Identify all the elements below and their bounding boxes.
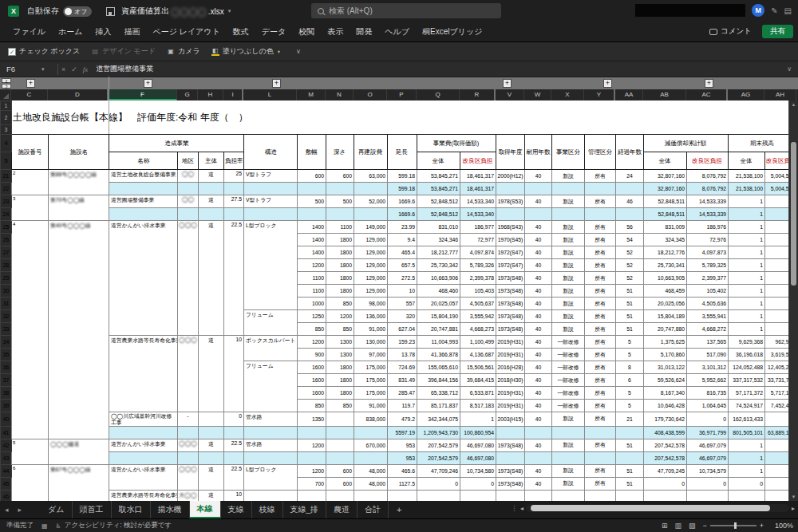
cell[interactable]: 5,789,325 (687, 259, 729, 272)
cell[interactable]: 一部改修 (552, 400, 585, 412)
cell[interactable]: 所有 (585, 336, 616, 349)
cell[interactable]: 18,461,317 (460, 183, 496, 195)
cell[interactable] (729, 490, 765, 501)
cell[interactable]: 道営農業水路等長寿命化事業 (109, 336, 178, 412)
cell[interactable]: 51 (616, 477, 644, 490)
cell[interactable]: 72,977 (460, 234, 496, 246)
cell[interactable]: 46,697,079 (687, 451, 729, 464)
cell[interactable]: 1,209,943,730 (417, 426, 460, 439)
name-box-dropdown-icon[interactable]: ▾ (41, 66, 54, 73)
scroll-down-icon[interactable]: ▼ (789, 495, 798, 499)
cell[interactable]: 100,860,954 (460, 426, 496, 439)
cell[interactable]: 1 (729, 310, 765, 323)
cell[interactable]: 1800 (326, 374, 354, 387)
cell[interactable] (224, 451, 244, 464)
cell[interactable]: 1669.6 (388, 195, 417, 208)
tab-scroll-left-icon[interactable]: ◂ (0, 501, 14, 518)
cell[interactable]: 1350 (298, 412, 326, 427)
cell[interactable]: 91,000 (354, 323, 388, 336)
menu-tab[interactable]: 描画 (117, 22, 146, 41)
cell[interactable]: 3,101,312 (687, 361, 729, 374)
cell[interactable]: 40 (525, 464, 552, 477)
cell[interactable] (616, 426, 644, 439)
scroll-right-icon[interactable]: ▸ (792, 505, 795, 512)
cell[interactable]: 186,976 (687, 221, 729, 234)
cell[interactable]: 新設 (552, 285, 585, 298)
cell[interactable]: 14,533,339 (687, 195, 729, 208)
cell[interactable]: 1 (729, 298, 765, 310)
cell[interactable]: 175,000 (354, 361, 388, 374)
cell[interactable]: 953 (388, 451, 417, 464)
cell[interactable]: 149,000 (354, 221, 388, 234)
cell[interactable] (244, 451, 298, 464)
cell[interactable]: ◯◯◯ (178, 439, 199, 451)
cell[interactable]: 3,555,941 (687, 310, 729, 323)
cell[interactable]: 1200 (298, 259, 326, 272)
cell[interactable]: 0 (687, 477, 729, 490)
cell[interactable] (298, 451, 326, 464)
cell[interactable] (552, 208, 585, 221)
cell[interactable]: 500 (298, 195, 326, 208)
cell[interactable]: 25,730,341 (644, 259, 687, 272)
cell[interactable]: 85,171,837 (417, 400, 460, 412)
cell[interactable]: 129,000 (354, 285, 388, 298)
cell[interactable]: 850 (326, 323, 354, 336)
cell[interactable] (525, 183, 552, 195)
avatar[interactable]: M (752, 4, 764, 17)
outline-expand-button[interactable]: + (705, 79, 713, 88)
cell[interactable]: 9.4 (388, 234, 417, 246)
ribbon-options-icon[interactable] (784, 6, 792, 15)
cell[interactable]: 342,344,075 (417, 412, 460, 427)
column-header[interactable]: AH (764, 89, 796, 100)
cell[interactable]: 管理区分 (585, 135, 616, 170)
cell[interactable]: 1973(S48) (496, 310, 525, 323)
cell[interactable]: 48,000 (354, 464, 388, 477)
menu-tab[interactable]: 開発 (350, 22, 378, 41)
filename-dropdown-icon[interactable]: ▾ (228, 8, 231, 14)
cell[interactable]: 再建設費 (354, 135, 388, 170)
cell[interactable]: 5597.19 (388, 426, 417, 439)
cell[interactable]: 8,517,183 (460, 400, 496, 412)
cell[interactable]: 65,338,712 (417, 387, 460, 400)
row-header[interactable]: 42 (1, 439, 12, 451)
cell[interactable]: 46,697,080 (460, 451, 496, 464)
cell[interactable]: 負担率 (224, 152, 244, 170)
cell[interactable]: 1000 (298, 298, 326, 310)
cell[interactable]: 136,000 (354, 310, 388, 323)
cell[interactable]: 主体 (199, 152, 224, 170)
cell[interactable]: 20,025,056 (644, 298, 687, 310)
cell[interactable]: 465.4 (388, 246, 417, 259)
cell[interactable]: 40 (525, 412, 552, 427)
tab-scroll-right-icon[interactable]: ▸ (14, 501, 27, 518)
cell[interactable] (326, 426, 354, 439)
cell[interactable]: 新設 (552, 412, 585, 427)
autosave-toggle[interactable]: 自動保存 オフ (27, 6, 92, 17)
cell[interactable]: 4,097,874 (460, 246, 496, 259)
cell[interactable]: 32,807,160 (644, 183, 687, 195)
cell[interactable]: 52 (616, 246, 644, 259)
cell[interactable] (244, 208, 298, 221)
cell[interactable]: 1973(S48) (496, 439, 525, 451)
column-header[interactable]: L (243, 89, 297, 100)
cell[interactable]: 119.7 (388, 400, 417, 412)
cell[interactable]: 1978(S53) (496, 195, 525, 208)
sheet-tab-取水口[interactable]: 取水口 (112, 501, 151, 518)
cell[interactable]: 1 (729, 259, 765, 272)
scroll-left-icon[interactable]: ◂ (520, 505, 523, 512)
cell[interactable]: 6 (12, 464, 49, 501)
cell[interactable]: 1,100,499 (460, 336, 496, 349)
row-header[interactable]: 25 (1, 221, 12, 234)
formula-input[interactable]: 道営圃場整備事業 (88, 64, 787, 74)
cell[interactable]: ◯◯ (178, 195, 199, 208)
sheet-tab-合計[interactable]: 合計 (358, 501, 389, 518)
cell[interactable]: 道営かんがい排水事業 (109, 221, 178, 336)
cell[interactable] (178, 183, 199, 195)
cell[interactable]: 1200 (298, 464, 326, 477)
column-header[interactable]: C (11, 89, 48, 100)
cell[interactable]: 324,345 (644, 234, 687, 246)
cell[interactable]: 所有 (585, 221, 616, 234)
cell[interactable]: 52,848,511 (644, 208, 687, 221)
cell[interactable]: 51 (616, 285, 644, 298)
row-header[interactable]: 3 (1, 125, 12, 135)
row-header[interactable]: 35 (1, 349, 12, 361)
